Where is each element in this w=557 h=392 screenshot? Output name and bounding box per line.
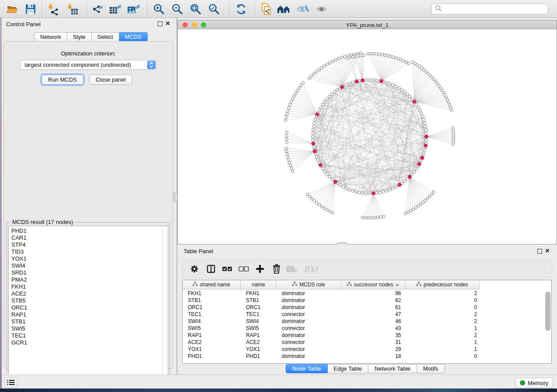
select-all-button[interactable] xyxy=(220,262,234,276)
task-history-button[interactable] xyxy=(4,377,17,388)
chevron-down-icon xyxy=(395,282,399,288)
network-window-titlebar[interactable]: YPA_prune.txt_1 xyxy=(178,21,557,29)
table-cell: RAP1 xyxy=(183,332,241,339)
table-cell: 0 xyxy=(405,353,480,360)
export-network-icon xyxy=(90,3,106,15)
node-table-body: FKH1FKH1dominator962STB1STB1dominator620… xyxy=(183,290,480,360)
save-button[interactable] xyxy=(23,2,38,16)
delete-row-button[interactable] xyxy=(270,262,284,276)
column-layout-button[interactable] xyxy=(204,262,218,276)
network-graph[interactable] xyxy=(178,29,557,244)
clear-table-button[interactable] xyxy=(285,262,299,276)
table-cell: PHD1 xyxy=(241,353,277,360)
table-row[interactable]: YOX1YOX1connector291 xyxy=(183,346,480,353)
open-file-button[interactable] xyxy=(4,2,20,16)
memory-button[interactable]: Memory xyxy=(515,378,553,388)
table-row[interactable]: SWI4SWI4dominator462 xyxy=(183,318,480,325)
mcds-result-item[interactable]: STB5 xyxy=(11,297,168,304)
float-table-panel-icon[interactable] xyxy=(537,249,542,254)
table-cell: SWI5 xyxy=(241,325,277,332)
column-header-shared-name[interactable]: shared name xyxy=(183,280,241,289)
mcds-result-item[interactable]: RAP1 xyxy=(11,311,168,318)
tab-edge-table[interactable]: Edge Table xyxy=(328,364,369,373)
column-header-predecessor-nodes[interactable]: predecessor nodes xyxy=(405,280,480,289)
toolbar-separator xyxy=(42,2,42,15)
mcds-result-item[interactable]: SRD1 xyxy=(11,269,168,276)
mcds-result-item[interactable]: ACE2 xyxy=(11,290,168,297)
mcds-result-item[interactable]: SWI5 xyxy=(11,325,168,332)
add-row-button[interactable] xyxy=(253,262,267,276)
mcds-result-item[interactable]: PHD1 xyxy=(11,227,168,234)
show-all-button[interactable] xyxy=(314,2,329,16)
table-row[interactable]: PHD1PHD1dominator180 xyxy=(183,353,480,360)
column-layout-icon xyxy=(204,265,218,273)
close-panel-icon[interactable]: ✕ xyxy=(164,20,171,28)
zoom-fit-button[interactable] xyxy=(188,2,204,16)
tab-mcds[interactable]: MCDS xyxy=(119,32,148,41)
tab-motifs[interactable]: Motifs xyxy=(417,364,445,373)
mcds-result-item[interactable]: GCR1 xyxy=(11,339,168,346)
mcds-list-scrollbar[interactable] xyxy=(162,226,168,382)
checked-boxes-icon xyxy=(220,266,234,272)
column-header-name[interactable]: name xyxy=(241,280,277,289)
table-row[interactable]: STB1STB1dominator620 xyxy=(183,297,480,304)
table-row[interactable]: FKH1FKH1dominator962 xyxy=(183,290,480,297)
search-icon xyxy=(435,5,442,13)
export-image-button[interactable] xyxy=(126,2,142,16)
mcds-result-item[interactable]: TID3 xyxy=(11,248,168,255)
import-network-button[interactable] xyxy=(45,2,61,16)
zoom-in-button[interactable] xyxy=(151,2,167,16)
table-cell: connector xyxy=(277,325,341,332)
mcds-result-item[interactable]: STP4 xyxy=(11,241,168,248)
table-row[interactable]: ORC1ORC1dominator610 xyxy=(183,304,480,311)
mcds-result-item[interactable]: TEC1 xyxy=(11,332,168,339)
tab-select[interactable]: Select xyxy=(92,32,119,41)
table-cell: 47 xyxy=(341,311,405,318)
export-network-button[interactable] xyxy=(90,2,106,16)
mcds-result-item[interactable]: YOX1 xyxy=(11,255,168,262)
table-cell: dominator xyxy=(277,290,341,297)
first-neighbors-button[interactable] xyxy=(276,2,292,16)
function-builder-button[interactable]: f(x) xyxy=(301,262,320,276)
mcds-result-item[interactable]: PMA2 xyxy=(11,276,168,283)
mcds-result-item[interactable]: CAR1 xyxy=(11,234,168,241)
tab-style[interactable]: Style xyxy=(67,32,92,41)
tab-network-table[interactable]: Network Table xyxy=(368,364,417,373)
table-row[interactable]: ACE2ACE2connector311 xyxy=(183,339,480,346)
table-cell: STB1 xyxy=(183,297,241,304)
export-table-button[interactable] xyxy=(107,2,123,16)
deselect-all-button[interactable] xyxy=(237,262,251,276)
unchecked-boxes-icon xyxy=(237,266,251,272)
search-input[interactable] xyxy=(442,5,548,14)
import-table-button[interactable] xyxy=(65,2,80,16)
close-panel-button[interactable]: Close panel xyxy=(89,75,132,85)
table-cell: 43 xyxy=(341,325,405,332)
mcds-result-item[interactable]: FKH1 xyxy=(11,283,168,290)
mcds-result-item[interactable]: SWI4 xyxy=(11,262,168,269)
table-panel-tabs: Node Table Edge Table Network Table Moti… xyxy=(286,364,445,373)
table-row[interactable]: SWI5SWI5connector431 xyxy=(183,325,480,332)
table-cell: TEC1 xyxy=(183,311,241,318)
refresh-button[interactable] xyxy=(233,2,249,16)
hide-selected-button[interactable] xyxy=(295,2,311,16)
copy-network-button[interactable] xyxy=(259,2,274,16)
table-row[interactable]: TEC1TEC1connector472 xyxy=(183,311,480,318)
run-mcds-button[interactable]: Run MCDS xyxy=(42,75,83,85)
table-scrollbar-thumb[interactable] xyxy=(545,292,550,331)
tab-network[interactable]: Network xyxy=(34,32,67,41)
table-cell: ACE2 xyxy=(183,339,241,346)
zoom-selected-button[interactable] xyxy=(206,2,222,16)
optimization-criterion-select[interactable]: largest connected component (undirected) xyxy=(20,60,156,70)
table-cell: dominator xyxy=(277,318,341,325)
zoom-out-button[interactable] xyxy=(170,2,185,16)
settings-gear-button[interactable] xyxy=(187,262,201,276)
mcds-result-item[interactable]: ORC1 xyxy=(11,304,168,311)
close-table-panel-icon[interactable]: ✕ xyxy=(544,247,551,255)
float-panel-icon[interactable] xyxy=(158,21,163,26)
mcds-result-item[interactable]: STB1 xyxy=(11,318,168,325)
mcds-result-list[interactable]: PHD1CAR1STP4TID3YOX1SWI4SRD1PMA2FKH1ACE2… xyxy=(8,226,168,383)
tab-node-table[interactable]: Node Table xyxy=(286,364,328,373)
table-row[interactable]: RAP1RAP1dominator352 xyxy=(183,332,480,339)
column-header-successor-nodes[interactable]: successor nodes xyxy=(341,280,405,289)
column-header-mcds-role[interactable]: MCDS role xyxy=(277,280,341,289)
